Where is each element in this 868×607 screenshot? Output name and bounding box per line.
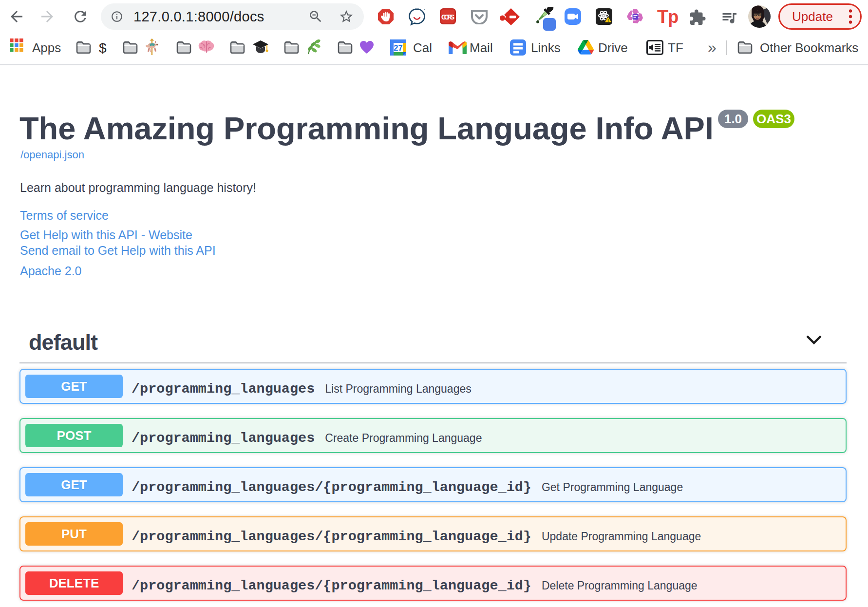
svg-text:!: ! — [607, 18, 609, 23]
svg-text:CORS: CORS — [441, 13, 454, 21]
svg-text:27: 27 — [394, 43, 402, 52]
